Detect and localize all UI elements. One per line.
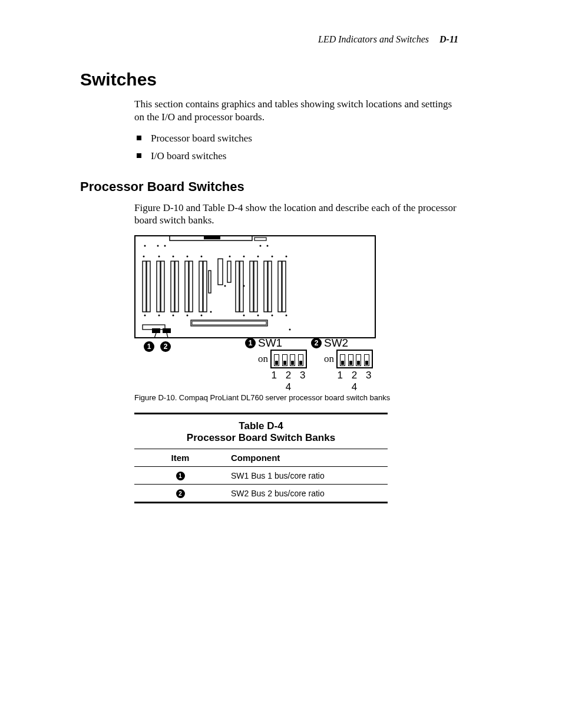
- svg-rect-45: [227, 261, 231, 282]
- running-title: LED Indicators and Switches: [318, 34, 429, 44]
- svg-rect-37: [171, 261, 174, 312]
- svg-point-24: [243, 315, 245, 317]
- row-component: SW1 Bus 1 bus/core ratio: [226, 467, 388, 485]
- callout-marker-1-icon: 1: [245, 338, 256, 348]
- processor-board-diagram: [134, 235, 376, 338]
- section-bullet-list: Processor board switches I/O board switc…: [134, 132, 458, 163]
- svg-point-6: [164, 245, 166, 247]
- svg-point-17: [272, 256, 273, 258]
- svg-rect-47: [240, 261, 243, 312]
- svg-rect-38: [175, 261, 178, 312]
- svg-point-18: [286, 256, 287, 258]
- svg-rect-3: [254, 238, 266, 241]
- svg-rect-50: [264, 261, 267, 312]
- callout-marker-1: 1: [144, 341, 154, 352]
- switch-numbers-sw2: 1 2 3 4: [336, 370, 376, 393]
- svg-point-22: [187, 315, 189, 317]
- svg-rect-39: [185, 261, 189, 312]
- row-component: SW2 Bus 2 bus/core ratio: [226, 485, 388, 502]
- table-block: Table D-4 Processor Board Switch Banks I…: [134, 413, 388, 503]
- callout-marker-2: 2: [160, 341, 171, 352]
- figure-callouts: 1 2: [144, 341, 171, 352]
- switch-panel-sw1: 1 SW1 on 1 2 3 4: [258, 337, 310, 393]
- table-row: 1 SW1 Bus 1 bus/core ratio: [134, 467, 388, 485]
- svg-point-14: [229, 256, 231, 258]
- table-header-component: Component: [226, 449, 388, 467]
- svg-point-20: [158, 315, 160, 317]
- svg-rect-48: [250, 261, 253, 312]
- switch-bank-table: Item Component 1 SW1 Bus 1 bus/core rati…: [134, 449, 388, 502]
- switch-on-label: on: [258, 353, 268, 365]
- svg-point-27: [286, 315, 287, 317]
- svg-point-32: [210, 311, 212, 313]
- svg-rect-35: [157, 261, 160, 312]
- table-number: Table D-4: [134, 420, 388, 432]
- svg-point-13: [201, 256, 203, 258]
- svg-point-11: [173, 256, 174, 258]
- table-row: 2 SW2 Bus 2 bus/core ratio: [134, 485, 388, 502]
- svg-rect-33: [143, 261, 146, 312]
- svg-rect-56: [192, 321, 266, 325]
- switch-label-sw2: SW2: [324, 337, 348, 350]
- svg-rect-42: [203, 261, 207, 312]
- switch-detail-panels: 1 SW1 on 1 2 3 4 2: [258, 337, 376, 393]
- svg-point-12: [187, 256, 189, 258]
- svg-rect-51: [268, 261, 272, 312]
- svg-point-8: [267, 245, 269, 247]
- figure-block: 1 2 1 SW1 on: [134, 235, 458, 503]
- svg-point-19: [144, 315, 146, 317]
- switch-label-sw1: SW1: [258, 337, 282, 350]
- svg-rect-52: [278, 261, 282, 312]
- svg-point-4: [144, 245, 146, 247]
- svg-rect-2: [204, 236, 220, 239]
- svg-rect-43: [209, 271, 211, 293]
- svg-rect-57: [152, 328, 160, 333]
- svg-point-26: [272, 315, 273, 317]
- svg-rect-53: [282, 261, 286, 312]
- list-item: I/O board switches: [134, 150, 458, 163]
- switch-panel-sw2: 2 SW2 on 1 2 3 4: [324, 337, 376, 393]
- callout-marker-2-icon: 2: [311, 338, 322, 348]
- svg-point-16: [257, 256, 259, 258]
- dip-switch-sw1: [270, 350, 307, 368]
- subsection-para: Figure D-10 and Table D-4 show the locat…: [134, 202, 458, 228]
- list-item: Processor board switches: [134, 132, 458, 145]
- section-intro: This section contains graphics and table…: [134, 98, 458, 124]
- svg-rect-36: [161, 261, 164, 312]
- section-heading: Switches: [80, 70, 458, 90]
- subsection-heading: Processor Board Switches: [80, 179, 458, 195]
- figure-caption: Figure D-10. Compaq ProLiant DL760 serve…: [134, 393, 458, 402]
- svg-point-9: [143, 256, 145, 258]
- svg-point-25: [257, 315, 259, 317]
- table-header-item: Item: [134, 449, 226, 467]
- svg-rect-40: [189, 261, 193, 312]
- svg-point-28: [224, 285, 226, 287]
- dip-switch-sw2: [336, 350, 373, 368]
- svg-rect-49: [254, 261, 257, 312]
- running-header: LED Indicators and Switches D-11: [80, 34, 458, 45]
- switch-numbers-sw1: 1 2 3 4: [270, 370, 310, 393]
- svg-point-23: [201, 315, 203, 317]
- svg-point-15: [243, 256, 245, 258]
- svg-rect-44: [218, 259, 223, 285]
- svg-rect-58: [163, 328, 171, 333]
- svg-point-10: [158, 256, 160, 258]
- table-title: Processor Board Switch Banks: [134, 432, 388, 444]
- row-marker-icon: 2: [176, 489, 185, 498]
- svg-rect-34: [147, 261, 150, 312]
- page-number: D-11: [439, 34, 458, 44]
- svg-point-31: [289, 329, 291, 331]
- figure-composite: 1 2 1 SW1 on: [134, 235, 376, 387]
- svg-rect-46: [236, 261, 239, 312]
- svg-point-21: [173, 315, 174, 317]
- svg-point-5: [157, 245, 159, 247]
- svg-point-7: [260, 245, 262, 247]
- row-marker-icon: 1: [176, 472, 185, 480]
- svg-rect-41: [199, 261, 203, 312]
- switch-on-label: on: [324, 353, 334, 365]
